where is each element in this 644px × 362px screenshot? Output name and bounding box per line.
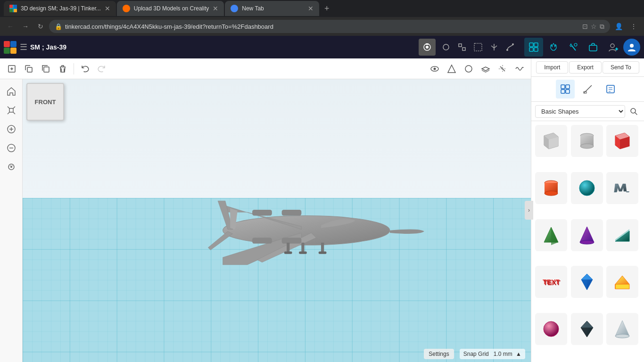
zoom-in-btn[interactable] bbox=[3, 121, 20, 138]
shape-tool-icon bbox=[447, 64, 456, 74]
snap-up-icon[interactable]: ▲ bbox=[516, 351, 521, 357]
tab-close-newtab[interactable]: ✕ bbox=[308, 5, 314, 12]
collapse-panel-btn[interactable]: › bbox=[525, 201, 533, 220]
shapes-search-btn[interactable] bbox=[627, 105, 640, 118]
view-tool-2[interactable] bbox=[444, 61, 459, 76]
cylinder-hole-icon bbox=[576, 130, 598, 152]
path-icon bbox=[505, 42, 515, 52]
svg-point-20 bbox=[630, 44, 634, 48]
view-tool-1[interactable] bbox=[427, 61, 442, 76]
new-btn[interactable] bbox=[4, 61, 20, 77]
shape-text-red[interactable]: TEXT TEXT bbox=[535, 266, 567, 298]
delete-btn[interactable] bbox=[55, 61, 71, 77]
shape-wedge-teal[interactable] bbox=[606, 219, 638, 251]
redo-btn[interactable] bbox=[94, 61, 110, 77]
svg-rect-37 bbox=[282, 238, 302, 244]
minus-icon bbox=[7, 143, 16, 153]
tools-btn[interactable] bbox=[564, 38, 583, 57]
shape-cylinder-hole[interactable] bbox=[571, 125, 603, 157]
shape-box-red[interactable] bbox=[606, 125, 638, 157]
import-button[interactable]: Import bbox=[536, 61, 568, 74]
shape-cone-white[interactable] bbox=[606, 313, 638, 345]
viewport-area: FRONT Settings Snap Grid 1.0 mm bbox=[0, 79, 531, 362]
tab-close-tinkercad[interactable]: ✕ bbox=[105, 5, 110, 12]
svg-rect-3 bbox=[14, 9, 17, 12]
grid-icon bbox=[528, 42, 539, 52]
export-button[interactable]: Export bbox=[569, 61, 602, 74]
send-to-button[interactable]: Send To bbox=[603, 61, 639, 74]
shape-cylinder-orange[interactable] bbox=[535, 172, 567, 204]
zoom-out-btn[interactable] bbox=[3, 140, 20, 156]
svg-rect-46 bbox=[561, 85, 565, 89]
shape-sphere-pink[interactable] bbox=[535, 313, 567, 345]
shape-box-hole[interactable] bbox=[535, 125, 567, 157]
view-tool-5[interactable] bbox=[495, 61, 510, 76]
svg-rect-44 bbox=[299, 252, 307, 254]
panel-tab-note[interactable] bbox=[601, 80, 620, 99]
settings-button[interactable]: Settings bbox=[424, 349, 454, 359]
tab-close-creality[interactable]: ✕ bbox=[213, 5, 218, 12]
view-cube[interactable]: FRONT bbox=[26, 83, 64, 121]
shape-text-3d[interactable] bbox=[606, 172, 638, 204]
mirror-btn[interactable] bbox=[487, 40, 502, 55]
browser-menu-button[interactable]: ⋮ bbox=[627, 20, 640, 33]
grid-view-btn[interactable] bbox=[524, 38, 543, 57]
shape-roof-yellow[interactable] bbox=[606, 266, 638, 298]
ungroup-btn[interactable] bbox=[471, 40, 486, 55]
fire-btn[interactable] bbox=[544, 38, 563, 57]
forward-button[interactable]: → bbox=[19, 20, 32, 33]
svg-point-5 bbox=[426, 46, 429, 49]
shape-sphere-teal[interactable] bbox=[571, 172, 603, 204]
shape-pyramid-green[interactable] bbox=[535, 219, 567, 251]
hamburger-icon[interactable]: ☰ bbox=[20, 42, 27, 52]
camera-button[interactable] bbox=[419, 39, 436, 56]
viewport[interactable]: FRONT Settings Snap Grid 1.0 mm bbox=[23, 79, 531, 362]
shape-cone-purple[interactable] bbox=[571, 219, 603, 251]
new-tab-button[interactable]: + bbox=[320, 2, 333, 15]
user-avatar[interactable] bbox=[623, 39, 640, 56]
view-tool-3[interactable] bbox=[461, 61, 476, 76]
browser-chrome: 3D design SM; Jas-39 | Tinker... ✕ Uploa… bbox=[0, 0, 644, 36]
svg-rect-41 bbox=[301, 243, 304, 253]
orbit-btn[interactable] bbox=[3, 158, 20, 175]
fit-view-btn[interactable] bbox=[3, 102, 20, 119]
camera-icon bbox=[422, 42, 432, 52]
svg-rect-9 bbox=[462, 48, 465, 50]
panel-tab-grid[interactable] bbox=[556, 80, 575, 99]
tab-newtab[interactable]: New Tab ✕ bbox=[225, 1, 319, 16]
tab-creality[interactable]: Upload 3D Models on Creality ✕ bbox=[117, 1, 224, 16]
view-tool-4[interactable] bbox=[478, 61, 493, 76]
group-btn[interactable] bbox=[454, 40, 470, 55]
back-button[interactable]: ← bbox=[4, 20, 17, 33]
undo-icon bbox=[80, 64, 90, 74]
bookmark-icon[interactable]: ☆ bbox=[591, 23, 597, 31]
home-view-btn[interactable] bbox=[3, 83, 20, 100]
tab-tinkercad[interactable]: 3D design SM; Jas-39 | Tinker... ✕ bbox=[4, 1, 116, 16]
address-bar[interactable]: 🔒 tinkercad.com/things/4cA4X4N5kku-sm-ja… bbox=[49, 20, 610, 33]
profile-icon[interactable]: 👤 bbox=[612, 20, 625, 33]
svg-text:TEXT: TEXT bbox=[544, 279, 561, 287]
duplicate-btn[interactable] bbox=[21, 61, 37, 77]
box-red-icon bbox=[611, 130, 633, 152]
app-title-btn[interactable]: ☰ SM ; Jas-39 bbox=[20, 42, 66, 52]
panel-tab-measure[interactable] bbox=[578, 80, 597, 99]
briefcase-btn[interactable] bbox=[584, 38, 603, 57]
gem-dark-icon bbox=[576, 318, 598, 340]
measure-icon bbox=[498, 64, 507, 74]
lock-icon: 🔒 bbox=[55, 23, 62, 30]
shape-gem-dark[interactable] bbox=[571, 313, 603, 345]
cast-icon[interactable]: ⊡ bbox=[582, 23, 588, 31]
add-user-btn[interactable] bbox=[603, 38, 622, 57]
tinkercad-logo[interactable] bbox=[4, 41, 17, 54]
svg-point-7 bbox=[443, 44, 449, 50]
extension-icon[interactable]: ⧉ bbox=[600, 23, 604, 31]
path-btn[interactable] bbox=[503, 40, 518, 55]
reload-button[interactable]: ↻ bbox=[34, 20, 47, 33]
shape-gem-blue[interactable] bbox=[571, 266, 603, 298]
shapes-dropdown[interactable]: Basic Shapes bbox=[535, 105, 625, 118]
align-left-btn[interactable] bbox=[438, 40, 454, 55]
svg-rect-45 bbox=[319, 252, 327, 254]
copy-btn[interactable] bbox=[38, 61, 54, 77]
view-tool-6[interactable] bbox=[512, 61, 527, 76]
undo-btn[interactable] bbox=[77, 61, 93, 77]
